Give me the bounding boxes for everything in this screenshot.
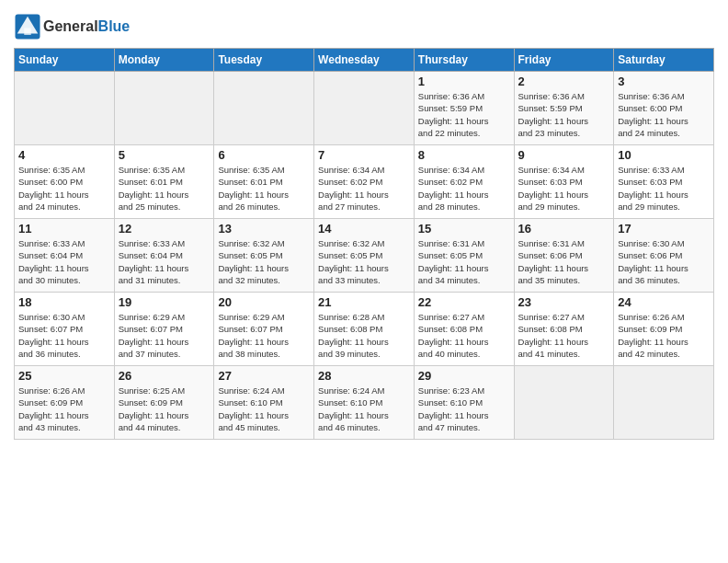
calendar-cell: 7Sunrise: 6:34 AM Sunset: 6:02 PM Daylig… [314, 145, 415, 219]
calendar-cell [314, 72, 415, 145]
day-number: 11 [18, 222, 110, 236]
svg-rect-2 [24, 29, 31, 36]
day-number: 10 [618, 148, 710, 162]
calendar-cell: 21Sunrise: 6:28 AM Sunset: 6:08 PM Dayli… [314, 293, 415, 366]
day-info: Sunrise: 6:32 AM Sunset: 6:05 PM Dayligh… [218, 237, 310, 286]
day-number: 8 [418, 148, 510, 162]
day-info: Sunrise: 6:36 AM Sunset: 6:00 PM Dayligh… [618, 90, 710, 139]
calendar-cell: 23Sunrise: 6:27 AM Sunset: 6:08 PM Dayli… [514, 293, 614, 366]
day-info: Sunrise: 6:33 AM Sunset: 6:03 PM Dayligh… [618, 164, 710, 213]
day-info: Sunrise: 6:31 AM Sunset: 6:06 PM Dayligh… [518, 237, 610, 286]
calendar-cell: 18Sunrise: 6:30 AM Sunset: 6:07 PM Dayli… [15, 293, 115, 366]
day-info: Sunrise: 6:34 AM Sunset: 6:02 PM Dayligh… [418, 164, 510, 213]
calendar-cell: 4Sunrise: 6:35 AM Sunset: 6:00 PM Daylig… [15, 145, 115, 219]
header-sunday: Sunday [15, 49, 115, 72]
calendar-cell: 13Sunrise: 6:32 AM Sunset: 6:05 PM Dayli… [214, 219, 314, 293]
day-number: 24 [618, 295, 710, 309]
day-info: Sunrise: 6:25 AM Sunset: 6:09 PM Dayligh… [119, 385, 210, 433]
day-info: Sunrise: 6:30 AM Sunset: 6:07 PM Dayligh… [18, 311, 110, 360]
header-thursday: Thursday [414, 49, 514, 72]
day-info: Sunrise: 6:34 AM Sunset: 6:03 PM Dayligh… [518, 164, 610, 213]
header-monday: Monday [114, 49, 214, 72]
header-wednesday: Wednesday [314, 49, 415, 72]
day-number: 9 [518, 148, 610, 162]
day-number: 27 [218, 369, 310, 383]
day-info: Sunrise: 6:24 AM Sunset: 6:10 PM Dayligh… [318, 385, 410, 433]
calendar-table: SundayMondayTuesdayWednesdayThursdayFrid… [14, 48, 714, 440]
calendar-cell: 25Sunrise: 6:26 AM Sunset: 6:09 PM Dayli… [15, 366, 115, 440]
header-saturday: Saturday [614, 49, 714, 72]
day-number: 28 [318, 369, 410, 383]
calendar-cell: 10Sunrise: 6:33 AM Sunset: 6:03 PM Dayli… [614, 145, 714, 219]
day-number: 16 [518, 222, 610, 236]
day-number: 21 [318, 295, 410, 309]
day-info: Sunrise: 6:35 AM Sunset: 6:01 PM Dayligh… [119, 164, 210, 213]
calendar-cell: 20Sunrise: 6:29 AM Sunset: 6:07 PM Dayli… [214, 293, 314, 366]
calendar-cell: 17Sunrise: 6:30 AM Sunset: 6:06 PM Dayli… [614, 219, 714, 293]
day-info: Sunrise: 6:24 AM Sunset: 6:10 PM Dayligh… [218, 385, 310, 433]
calendar-cell: 28Sunrise: 6:24 AM Sunset: 6:10 PM Dayli… [314, 366, 415, 440]
day-number: 3 [618, 75, 710, 88]
calendar-week-1: 1Sunrise: 6:36 AM Sunset: 5:59 PM Daylig… [15, 72, 714, 145]
day-info: Sunrise: 6:35 AM Sunset: 6:01 PM Dayligh… [218, 164, 310, 213]
calendar-cell [15, 72, 115, 145]
day-info: Sunrise: 6:30 AM Sunset: 6:06 PM Dayligh… [618, 237, 710, 286]
calendar-cell: 19Sunrise: 6:29 AM Sunset: 6:07 PM Dayli… [114, 293, 214, 366]
day-number: 15 [418, 222, 510, 236]
header-tuesday: Tuesday [214, 49, 314, 72]
day-info: Sunrise: 6:34 AM Sunset: 6:02 PM Dayligh… [318, 164, 410, 213]
calendar-cell: 15Sunrise: 6:31 AM Sunset: 6:05 PM Dayli… [414, 219, 514, 293]
day-number: 2 [518, 75, 610, 88]
day-info: Sunrise: 6:27 AM Sunset: 6:08 PM Dayligh… [418, 311, 510, 360]
calendar-cell: 12Sunrise: 6:33 AM Sunset: 6:04 PM Dayli… [114, 219, 214, 293]
calendar-cell [214, 72, 314, 145]
calendar-cell: 29Sunrise: 6:23 AM Sunset: 6:10 PM Dayli… [414, 366, 514, 440]
day-info: Sunrise: 6:36 AM Sunset: 5:59 PM Dayligh… [518, 90, 610, 139]
calendar-cell: 22Sunrise: 6:27 AM Sunset: 6:08 PM Dayli… [414, 293, 514, 366]
day-number: 1 [418, 75, 510, 88]
day-number: 6 [218, 148, 310, 162]
calendar-week-3: 11Sunrise: 6:33 AM Sunset: 6:04 PM Dayli… [15, 219, 714, 293]
day-number: 22 [418, 295, 510, 309]
day-info: Sunrise: 6:23 AM Sunset: 6:10 PM Dayligh… [418, 385, 510, 433]
day-info: Sunrise: 6:33 AM Sunset: 6:04 PM Dayligh… [119, 237, 210, 286]
logo-name: GeneralBlue [43, 18, 130, 35]
calendar-header-row: SundayMondayTuesdayWednesdayThursdayFrid… [15, 49, 714, 72]
day-info: Sunrise: 6:29 AM Sunset: 6:07 PM Dayligh… [119, 311, 210, 360]
day-number: 19 [119, 295, 210, 309]
logo-icon [14, 13, 41, 40]
day-number: 4 [18, 148, 110, 162]
calendar-cell [514, 366, 614, 440]
page-header: GeneralBlue [14, 9, 714, 40]
calendar-cell: 3Sunrise: 6:36 AM Sunset: 6:00 PM Daylig… [614, 72, 714, 145]
calendar-week-4: 18Sunrise: 6:30 AM Sunset: 6:07 PM Dayli… [15, 293, 714, 366]
calendar-cell: 5Sunrise: 6:35 AM Sunset: 6:01 PM Daylig… [114, 145, 214, 219]
logo: GeneralBlue [14, 13, 130, 40]
day-number: 23 [518, 295, 610, 309]
day-info: Sunrise: 6:26 AM Sunset: 6:09 PM Dayligh… [18, 385, 110, 433]
calendar-cell: 26Sunrise: 6:25 AM Sunset: 6:09 PM Dayli… [114, 366, 214, 440]
day-number: 25 [18, 369, 110, 383]
calendar-cell: 27Sunrise: 6:24 AM Sunset: 6:10 PM Dayli… [214, 366, 314, 440]
day-info: Sunrise: 6:26 AM Sunset: 6:09 PM Dayligh… [618, 311, 710, 360]
header-friday: Friday [514, 49, 614, 72]
calendar-cell [114, 72, 214, 145]
day-info: Sunrise: 6:27 AM Sunset: 6:08 PM Dayligh… [518, 311, 610, 360]
calendar-cell: 14Sunrise: 6:32 AM Sunset: 6:05 PM Dayli… [314, 219, 415, 293]
calendar-week-2: 4Sunrise: 6:35 AM Sunset: 6:00 PM Daylig… [15, 145, 714, 219]
calendar-cell [614, 366, 714, 440]
day-number: 5 [119, 148, 210, 162]
day-number: 17 [618, 222, 710, 236]
day-number: 29 [418, 369, 510, 383]
day-info: Sunrise: 6:32 AM Sunset: 6:05 PM Dayligh… [318, 237, 410, 286]
day-info: Sunrise: 6:35 AM Sunset: 6:00 PM Dayligh… [18, 164, 110, 213]
day-info: Sunrise: 6:29 AM Sunset: 6:07 PM Dayligh… [218, 311, 310, 360]
calendar-cell: 1Sunrise: 6:36 AM Sunset: 5:59 PM Daylig… [414, 72, 514, 145]
calendar-cell: 16Sunrise: 6:31 AM Sunset: 6:06 PM Dayli… [514, 219, 614, 293]
day-number: 26 [119, 369, 210, 383]
day-number: 13 [218, 222, 310, 236]
day-number: 20 [218, 295, 310, 309]
day-number: 12 [119, 222, 210, 236]
calendar-cell: 11Sunrise: 6:33 AM Sunset: 6:04 PM Dayli… [15, 219, 115, 293]
day-info: Sunrise: 6:31 AM Sunset: 6:05 PM Dayligh… [418, 237, 510, 286]
